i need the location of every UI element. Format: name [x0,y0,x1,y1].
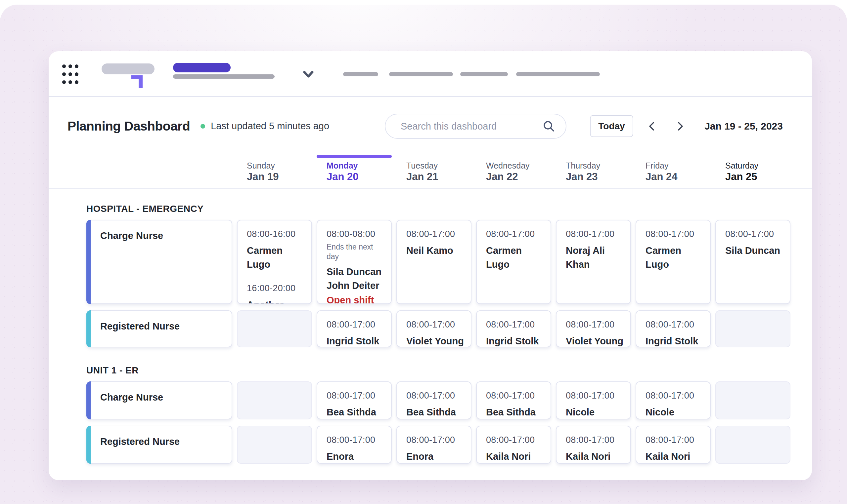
shift-entry: 08:00-16:00Carmen Lugo [247,229,305,271]
shift-name: Enora Mundz [406,449,464,464]
schedule-section: HOSPITAL - EMERGENCYCharge Nurse08:00-16… [86,203,812,347]
shift-time: 08:00-17:00 [327,320,384,330]
shift-entry: 08:00-17:00Enora Mundz [327,435,384,464]
shift-time: 08:00-17:00 [566,229,624,239]
shift-name: Carmen Lugo [645,244,704,271]
shift-name: Bea Sithda [406,405,464,419]
role-label: Registered Nurse [100,321,225,332]
shift-time: 08:00-17:00 [406,435,464,445]
shift-entry: 08:00-17:00Nicole Masson [566,391,624,419]
shift-name: Kaila Nori [486,449,544,463]
shift-name: Another nurse [247,298,305,304]
shift-cell[interactable]: 08:00-17:00Bea Sithda [396,381,471,419]
shift-name: Bea Sithda [486,405,544,419]
shift-cell[interactable]: 08:00-17:00Carmen Lugo [476,220,551,304]
today-button[interactable]: Today [590,115,633,137]
shift-cell[interactable]: 08:00-17:00Ingrid Stolk [636,310,711,347]
schedule-section: UNIT 1 - ERCharge Nurse08:00-17:00Bea Si… [86,365,812,464]
shift-name: Kaila Nori [566,449,624,463]
apps-grid-icon[interactable] [62,65,79,84]
status-dot-icon [201,124,205,129]
shift-cell[interactable]: 08:00-17:00Bea Sithda [317,381,392,419]
shift-cell[interactable]: 08:00-17:00Carmen Lugo [636,220,711,304]
chevron-left-icon [647,121,656,131]
shift-name: Noraj Ali Khan [566,244,624,271]
shift-time: 08:00-17:00 [645,435,704,445]
shift-entry: 08:00-17:00Enora Mundz [406,435,464,464]
shift-cell[interactable]: 08:00-17:00Ingrid Stolk [317,310,392,347]
shift-cell[interactable]: 08:00-17:00Neil Kamo [396,220,471,304]
empty-shift-cell[interactable] [715,381,791,419]
shift-entry: 08:00-17:00Bea Sithda [406,391,464,419]
shift-name: Sila Duncan [725,244,783,257]
search-input[interactable] [385,114,567,139]
shift-time: 08:00-17:00 [486,435,544,445]
shift-name: Ingrid Stolk [327,334,384,347]
shift-cell[interactable]: 08:00-17:00Violet Young [556,310,631,347]
shift-name: Violet Young [566,334,624,347]
day-header-sunday[interactable]: SundayJan 19 [237,155,312,183]
day-weekday-label: Sunday [247,161,312,170]
shift-cell[interactable]: 08:00-17:00Enora Mundz [396,426,471,464]
schedule-row: Registered Nurse08:00-17:00Ingrid Stolk0… [86,310,812,347]
section-title: UNIT 1 - ER [86,365,812,376]
shift-cell[interactable]: 08:00-08:00Ends the next daySila DuncanJ… [317,220,392,304]
empty-shift-cell[interactable] [237,381,312,419]
empty-shift-cell[interactable] [237,310,312,347]
dashboard-header: Planning Dashboard Last updated 5 minute… [49,97,812,155]
day-header-saturday[interactable]: SaturdayJan 25 [715,155,791,183]
section-title: HOSPITAL - EMERGENCY [86,203,812,214]
shift-cell[interactable]: 08:00-17:00Bea Sithda [476,381,551,419]
shift-entry: 08:00-17:00Ingrid Stolk [645,320,704,347]
shift-cell[interactable]: 08:00-17:00Noraj Ali Khan [556,220,631,304]
empty-shift-cell[interactable] [237,426,312,464]
shift-name: Kaila Nori [645,449,704,463]
previous-week-button[interactable] [643,118,660,135]
day-date-label: Jan 21 [406,170,471,183]
empty-shift-cell[interactable] [715,426,791,464]
chevron-down-icon[interactable] [303,70,314,79]
shift-cell[interactable]: 08:00-17:00Violet Young [396,310,471,347]
shift-entry: 08:00-17:00Sila Duncan [725,229,783,257]
schedule-row: Registered Nurse08:00-17:00Enora Mundz08… [86,426,812,464]
shift-cell[interactable]: 08:00-17:00Kaila Nori [476,426,551,464]
logo-mark [131,75,143,88]
day-header-tuesday[interactable]: TuesdayJan 21 [396,155,471,183]
day-header-thursday[interactable]: ThursdayJan 23 [556,155,631,183]
shift-cell[interactable]: 08:00-16:00Carmen Lugo16:00-20:00Another… [237,220,312,304]
brand-subtitle-placeholder [173,74,275,79]
shift-entry: 08:00-17:00Carmen Lugo [645,229,704,271]
open-shift-label: Open shift [327,295,384,304]
last-updated-text: Last updated 5 minutes ago [211,121,329,131]
role-card: Registered Nurse [86,426,232,464]
shift-time: 08:00-08:00 [327,229,384,239]
role-accent-bar [86,310,91,347]
role-accent-bar [86,220,91,304]
logo-placeholder [102,64,155,74]
shift-cell[interactable]: 08:00-17:00Nicole Masson [556,381,631,419]
shift-entry: 16:00-20:00Another nurse [247,283,305,304]
day-header-wednesday[interactable]: WednesdayJan 22 [476,155,551,183]
day-header-monday[interactable]: MondayJan 20 [317,155,392,183]
shift-entry: 08:00-17:00Bea Sithda [486,391,544,419]
empty-shift-cell[interactable] [715,310,791,347]
shift-entry: 08:00-17:00Kaila Nori [486,435,544,463]
day-weekday-label: Tuesday [406,161,471,170]
day-header-friday[interactable]: FridayJan 24 [636,155,711,183]
shift-cell[interactable]: 08:00-17:00Nicole Masson [636,381,711,419]
next-week-button[interactable] [672,118,689,135]
shift-time: 08:00-17:00 [327,391,384,401]
brand-placeholder [173,63,230,72]
shift-cell[interactable]: 08:00-17:00Kaila Nori [636,426,711,464]
day-weekday-label: Monday [327,161,392,170]
shift-name: Carmen Lugo [247,244,305,271]
shift-name: Neil Kamo [406,244,464,257]
role-accent-bar [86,426,91,464]
shift-cell[interactable]: 08:00-17:00Enora Mundz [317,426,392,464]
app-window: Planning Dashboard Last updated 5 minute… [49,51,812,480]
shift-cell[interactable]: 08:00-17:00Kaila Nori [556,426,631,464]
shift-cell[interactable]: 08:00-17:00Ingrid Stolk [476,310,551,347]
shift-cell[interactable]: 08:00-17:00Sila Duncan [715,220,791,304]
shift-entry: 08:00-08:00Ends the next daySila DuncanJ… [327,229,384,304]
shift-name: Enora Mundz [327,449,384,464]
